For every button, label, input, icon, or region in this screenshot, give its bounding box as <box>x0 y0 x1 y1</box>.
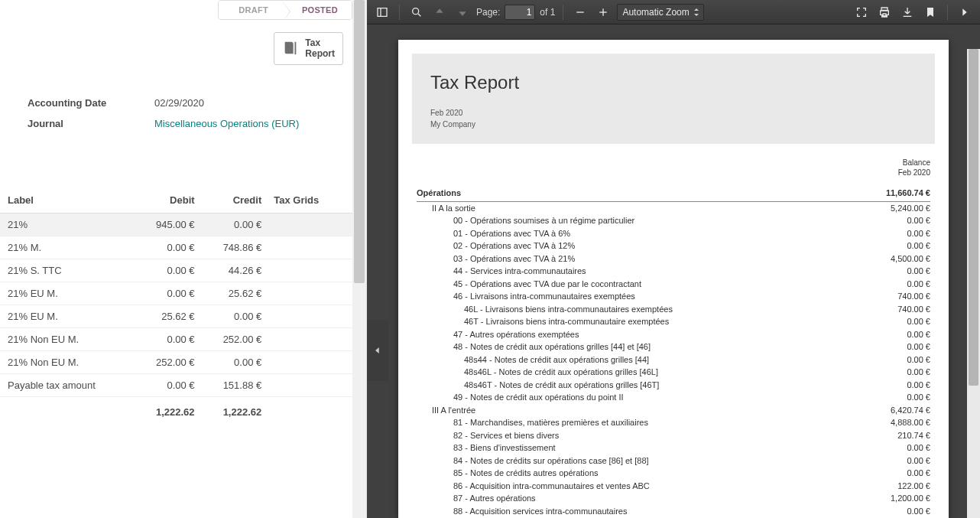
pdf-toolbar: Page: of 1 Automatic Zoom <box>367 0 980 24</box>
report-period: Feb 2020 <box>430 107 917 119</box>
cell-label: 21% M. <box>0 236 134 259</box>
page-label: Page: <box>476 7 500 18</box>
report-row: 48s44 - Notes de crédit aux opérations g… <box>417 353 930 367</box>
table-row[interactable]: 21% Non EU M. 0.00 € 252.00 € <box>0 327 366 350</box>
download-icon <box>901 6 913 18</box>
report-row: 47 - Autres opérations exemptées0.00 € <box>417 328 930 341</box>
expand-left-tab[interactable] <box>367 320 388 381</box>
cell-debit: 0.00 € <box>134 236 201 259</box>
table-row[interactable]: 21% Non EU M. 252.00 € 0.00 € <box>0 350 366 373</box>
report-row: 84 - Notes de crédits sur opérations cas… <box>417 454 930 468</box>
cell-grids <box>268 327 343 350</box>
report-row: III A l'entrée6,420.74 € <box>417 404 930 417</box>
report-row: Opérations11,660.74 € <box>417 187 930 202</box>
page-input[interactable] <box>505 5 535 20</box>
cell-credit: 252.00 € <box>201 327 268 350</box>
col-debit[interactable]: Debit <box>134 187 201 213</box>
next-page-button[interactable] <box>453 3 472 21</box>
print-button[interactable] <box>875 3 894 21</box>
cell-grids <box>268 213 343 236</box>
cell-grids <box>268 259 343 282</box>
journal-items-table: Label Debit Credit Tax Grids 21% 945.00 … <box>0 187 366 423</box>
cell-debit: 945.00 € <box>134 213 201 236</box>
tax-report-button[interactable]: Tax Report <box>274 32 343 65</box>
col-label[interactable]: Label <box>0 187 134 213</box>
zoom-out-button[interactable] <box>571 3 589 21</box>
cell-label: 21% S. TTC <box>0 259 134 282</box>
report-row: 48s46T - Notes de crédit aux opérations … <box>417 379 930 392</box>
pdf-page: Tax Report Feb 2020 My Company Balance F… <box>398 40 949 518</box>
find-button[interactable] <box>407 3 426 21</box>
right-scrollbar[interactable] <box>967 49 980 518</box>
report-row: 46L - Livraisons biens intra-communautai… <box>417 303 930 316</box>
report-row: 01 - Opérations avec TVA à 6%0.00 € <box>417 227 930 240</box>
report-row: 83 - Biens d'investissement0.00 € <box>417 441 930 454</box>
table-row[interactable]: 21% S. TTC 0.00 € 44.26 € <box>0 259 366 282</box>
report-row: 00 - Opérations soumises à un régime par… <box>417 214 930 227</box>
accounting-date-label: Accounting Date <box>28 97 154 109</box>
zoom-select[interactable]: Automatic Zoom <box>617 4 703 21</box>
report-row: 46T - Livraisons biens intra-communautai… <box>417 315 930 328</box>
table-row[interactable]: 21% M. 0.00 € 748.86 € <box>0 236 366 259</box>
bookmark-icon <box>924 6 936 18</box>
status-posted[interactable]: POSTED <box>282 1 352 19</box>
report-row: 45 - Opérations avec TVA due par le coco… <box>417 278 930 291</box>
svg-rect-3 <box>603 8 604 15</box>
report-row: II A la sortie5,240.00 € <box>417 202 930 215</box>
cell-credit: 0.00 € <box>201 213 268 236</box>
book-icon <box>282 40 299 57</box>
report-row: 88 - Acquisition services intra-communau… <box>417 505 930 518</box>
cell-credit: 748.86 € <box>201 236 268 259</box>
form-pane: DRAFT POSTED Tax Report Accounting Date … <box>0 0 367 518</box>
cell-grids <box>268 350 343 373</box>
chevron-left-icon <box>372 345 383 356</box>
tools-button[interactable] <box>956 3 974 21</box>
download-button[interactable] <box>898 3 917 21</box>
report-row: 82 - Services et biens divers210.74 € <box>417 429 930 442</box>
fullscreen-icon <box>855 6 868 18</box>
report-row: 44 - Services intra-communautaires0.00 € <box>417 265 930 278</box>
journal-value[interactable]: Miscellaneous Operations (EUR) <box>154 118 299 129</box>
balance-head: Balance <box>903 158 930 168</box>
search-icon <box>410 6 423 18</box>
cell-credit: 151.88 € <box>201 373 268 396</box>
report-row: 86 - Acquisition intra-communautaires et… <box>417 480 930 493</box>
cell-label: 21% <box>0 213 134 236</box>
cell-grids <box>268 373 343 396</box>
chevron-right-icon <box>959 6 971 18</box>
presentation-button[interactable] <box>852 3 871 21</box>
report-row: 46 - Livraisons intra-communautaires exe… <box>417 290 930 303</box>
col-grids[interactable]: Tax Grids <box>268 187 343 213</box>
cell-label: 21% Non EU M. <box>0 327 134 350</box>
total-debit: 1,222.62 <box>134 396 201 423</box>
cell-debit: 0.00 € <box>134 259 201 282</box>
bookmark-button[interactable] <box>921 3 939 21</box>
prev-page-button[interactable] <box>430 3 449 21</box>
sidebar-toggle-button[interactable] <box>373 3 391 21</box>
report-row: 49 - Notes de crédit aux opérations du p… <box>417 391 930 404</box>
pdf-viewer: Page: of 1 Automatic Zoom Tax Report Feb… <box>367 0 980 518</box>
table-row[interactable]: 21% EU M. 25.62 € 0.00 € <box>0 305 366 327</box>
cell-grids <box>268 236 343 259</box>
col-credit[interactable]: Credit <box>201 187 268 213</box>
cell-credit: 44.26 € <box>201 259 268 282</box>
table-row[interactable]: Payable tax amount 0.00 € 151.88 € <box>0 373 366 396</box>
journal-label: Journal <box>28 118 154 129</box>
cell-credit: 0.00 € <box>201 350 268 373</box>
tax-report-label: Tax Report <box>305 37 335 60</box>
status-bar: DRAFT POSTED <box>0 0 366 20</box>
cell-debit: 252.00 € <box>134 350 201 373</box>
cell-credit: 25.62 € <box>201 282 268 305</box>
report-row: 85 - Notes de crédits autres opérations0… <box>417 467 930 480</box>
zoom-in-button[interactable] <box>594 3 612 21</box>
report-row: 03 - Opérations avec TVA à 21%4,500.00 € <box>417 252 930 266</box>
table-row[interactable]: 21% EU M. 0.00 € 25.62 € <box>0 282 366 305</box>
cell-label: Payable tax amount <box>0 373 134 396</box>
accounting-date-value: 02/29/2020 <box>154 97 204 109</box>
cell-debit: 0.00 € <box>134 282 201 305</box>
status-draft[interactable]: DRAFT <box>219 1 282 19</box>
table-row[interactable]: 21% 945.00 € 0.00 € <box>0 213 366 236</box>
cell-debit: 0.00 € <box>134 373 201 396</box>
left-scrollbar[interactable] <box>352 0 366 518</box>
sidebar-icon <box>376 6 388 18</box>
